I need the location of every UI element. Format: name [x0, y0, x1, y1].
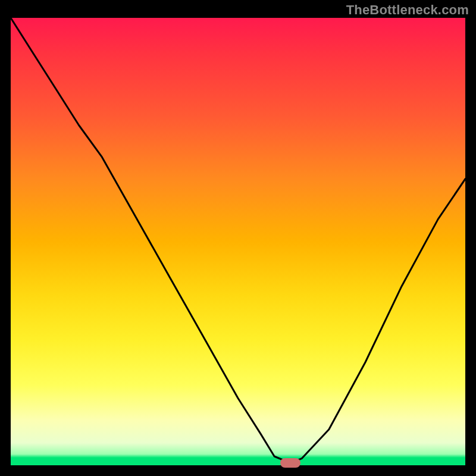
bottleneck-curve	[11, 18, 465, 465]
plot-area	[11, 18, 465, 465]
chart-frame: TheBottleneck.com	[0, 0, 476, 476]
optimal-point-marker	[280, 458, 300, 468]
watermark-text: TheBottleneck.com	[346, 2, 469, 18]
